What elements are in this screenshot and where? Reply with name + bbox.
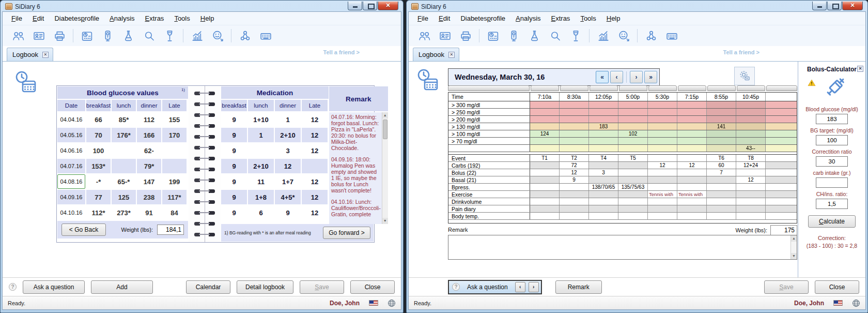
remark-scrollbar[interactable]: ▲ ▼ xyxy=(791,235,797,259)
tab-close-icon[interactable]: ✕ xyxy=(42,52,49,58)
share-icon[interactable] xyxy=(235,27,255,44)
menu-tools[interactable]: Tools xyxy=(169,13,194,24)
bg-grid-cell[interactable] xyxy=(618,138,648,144)
column-grip[interactable] xyxy=(737,85,765,91)
column-grip[interactable] xyxy=(448,85,530,91)
med-value-cell[interactable]: 9 xyxy=(221,128,247,142)
bpress-cell[interactable] xyxy=(766,184,797,190)
time-column-header[interactable]: 5:30p xyxy=(648,93,677,101)
carbs-cell[interactable] xyxy=(618,162,648,169)
med-value-cell[interactable]: 6 xyxy=(248,205,274,220)
drinkvolume-cell[interactable] xyxy=(766,198,797,205)
ask-question-button[interactable]: Ask a question xyxy=(463,284,512,291)
bg-grid-cell[interactable] xyxy=(677,145,707,152)
basal-cell[interactable] xyxy=(707,176,736,183)
nav-next-button[interactable]: › xyxy=(630,71,643,83)
med-value-cell[interactable]: 12 xyxy=(302,143,328,158)
bolus-cell[interactable]: 12 xyxy=(560,169,589,176)
column-grip[interactable] xyxy=(560,85,588,91)
date-cell[interactable]: 04.06.16 xyxy=(57,143,85,158)
daily-entry-icon[interactable] xyxy=(76,27,97,44)
bg-grid-cell[interactable] xyxy=(560,116,589,123)
event-cell[interactable]: T8 xyxy=(736,155,766,161)
time-column-header[interactable]: 12:05p xyxy=(589,93,618,101)
bg-grid-cell[interactable]: 183 xyxy=(589,123,618,130)
correction-ratio-input[interactable] xyxy=(816,156,848,167)
minimize-button[interactable] xyxy=(812,2,827,10)
bg-grid-cell[interactable] xyxy=(589,101,618,108)
pain-diary-cell[interactable] xyxy=(648,205,677,212)
bg-grid-cell[interactable] xyxy=(618,145,648,152)
bg-grid-cell[interactable] xyxy=(589,116,618,123)
event-cell[interactable]: T1 xyxy=(530,155,560,161)
body-temp-cell[interactable] xyxy=(589,213,618,219)
nav-prev-button[interactable]: ‹ xyxy=(610,71,623,83)
data-entry-icon[interactable] xyxy=(255,27,276,44)
calculate-button[interactable]: Calculate xyxy=(808,215,856,228)
daily-entry-icon[interactable] xyxy=(483,27,503,44)
bg-grid-cell[interactable] xyxy=(707,130,736,137)
pain-diary-cell[interactable] xyxy=(618,205,648,212)
question-prev-button[interactable]: ‹ xyxy=(515,282,525,292)
pain-diary-cell[interactable] xyxy=(707,205,736,212)
time-column-header[interactable]: 7:15p xyxy=(677,93,707,101)
bolus-cell[interactable] xyxy=(736,169,766,176)
bg-grid-cell[interactable] xyxy=(707,116,736,123)
weight-input[interactable] xyxy=(157,225,184,235)
basal-cell[interactable] xyxy=(530,176,560,183)
bg-value-cell[interactable]: 84 xyxy=(162,205,187,220)
bg-grid-cell[interactable] xyxy=(677,101,707,108)
body-temp-cell[interactable] xyxy=(648,213,677,219)
bg-value-cell[interactable] xyxy=(162,143,187,158)
bg-grid-cell[interactable] xyxy=(589,130,618,137)
bg-grid-cell[interactable] xyxy=(766,130,797,137)
bg-grid-cell[interactable] xyxy=(530,109,560,115)
med-value-cell[interactable]: 3 xyxy=(275,143,301,158)
bg-value-cell[interactable]: 112* xyxy=(86,205,111,220)
med-value-cell[interactable]: 9 xyxy=(221,190,247,204)
basal-cell[interactable] xyxy=(589,176,618,183)
ask-question-group[interactable]: ? Ask a question ‹ › xyxy=(448,280,542,294)
bg-grid-cell[interactable]: 43-- xyxy=(736,145,766,152)
scroll-up-icon[interactable]: ▲ xyxy=(382,112,388,118)
bg-grid-cell[interactable] xyxy=(707,109,736,115)
bg-value-cell[interactable]: 273* xyxy=(112,205,136,220)
go-forward-button[interactable]: Go forward > xyxy=(323,227,370,239)
carbs-cell[interactable] xyxy=(589,162,618,169)
pain-diary-cell[interactable] xyxy=(560,205,589,212)
bpress-cell[interactable] xyxy=(648,184,677,190)
remark-button[interactable]: Remark xyxy=(555,280,602,294)
date-cell[interactable]: 04.04.16 xyxy=(57,112,85,127)
minimize-button[interactable] xyxy=(348,2,362,10)
basal-cell[interactable] xyxy=(618,176,648,183)
med-value-cell[interactable]: 1+8 xyxy=(248,190,274,204)
exercise-cell[interactable]: Tennis with xyxy=(677,191,707,198)
bg-value-cell[interactable]: 199 xyxy=(162,174,187,189)
pain-diary-cell[interactable] xyxy=(530,205,560,212)
detail-logbook-button[interactable]: Detail logbook xyxy=(237,280,293,294)
bpress-cell[interactable] xyxy=(677,184,707,190)
exercise-cell[interactable] xyxy=(589,191,618,198)
event-cell[interactable]: T6 xyxy=(707,155,736,161)
bg-value-cell[interactable]: 62- xyxy=(137,143,161,158)
bg-grid-cell[interactable] xyxy=(707,145,736,152)
menu-edit[interactable]: Edit xyxy=(434,13,455,24)
bpress-cell[interactable] xyxy=(530,184,560,190)
date-cell-selected[interactable]: 04.08.16 xyxy=(57,174,85,189)
body-temp-cell[interactable] xyxy=(766,213,797,219)
exercise-cell[interactable] xyxy=(530,191,560,198)
bg-grid-cell[interactable] xyxy=(560,109,589,115)
time-column-header[interactable]: 8:55p xyxy=(707,93,736,101)
save-button[interactable]: Save xyxy=(764,280,809,294)
pain-diary-cell[interactable] xyxy=(736,205,766,212)
menu-analysis[interactable]: Analysis xyxy=(511,13,545,24)
blood-glucose-input[interactable] xyxy=(816,114,848,124)
bpress-cell[interactable]: 138/70/65 xyxy=(589,184,618,190)
med-value-cell[interactable]: 11 xyxy=(248,174,274,189)
bg-grid-cell[interactable] xyxy=(707,101,736,108)
exercise-cell[interactable] xyxy=(766,191,797,198)
carbs-cell[interactable]: 12 xyxy=(677,162,707,169)
bg-value-cell[interactable]: -* xyxy=(86,174,111,189)
menu-help[interactable]: Help xyxy=(196,13,219,24)
time-column-header[interactable]: 8:30a xyxy=(560,93,589,101)
